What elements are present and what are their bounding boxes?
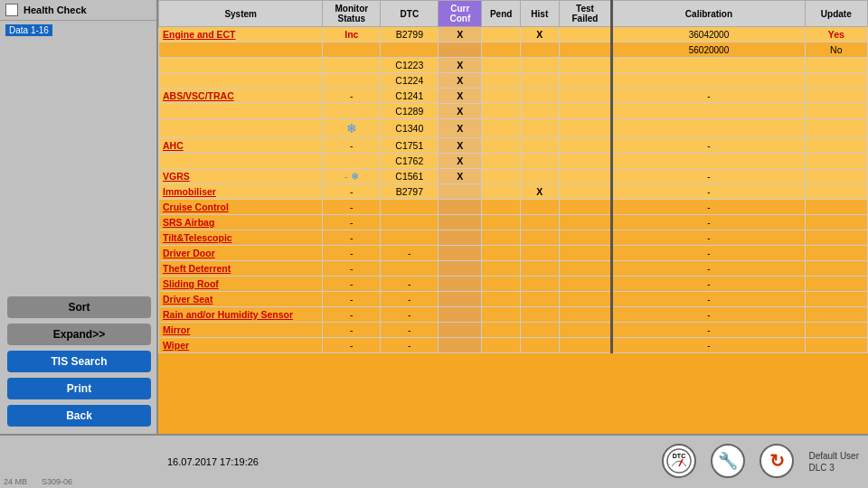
table-row: Immobiliser-B2797X- — [159, 184, 868, 200]
test-failed-cell — [559, 338, 612, 353]
monitor-status-cell: - — [323, 184, 381, 200]
col-calibration: Calibration — [612, 1, 805, 27]
dtc-icon-group[interactable]: DTC — [662, 444, 696, 480]
sidebar-checkbox[interactable] — [5, 4, 18, 16]
dtc-gauge-icon: DTC — [662, 444, 696, 478]
pend-cell — [482, 89, 521, 104]
system-cell[interactable]: Cruise Control — [159, 200, 323, 215]
wrench-icon-group[interactable]: 🔧 — [711, 444, 745, 480]
calibration-cell: - — [612, 246, 805, 261]
print-button[interactable]: Print — [7, 378, 151, 399]
calibration-cell — [612, 119, 805, 138]
col-pend: Pend — [482, 1, 521, 27]
monitor-status-cell: ❄ — [323, 119, 381, 138]
system-cell[interactable]: Wiper — [159, 338, 323, 353]
system-cell[interactable]: Engine and ECT — [159, 27, 323, 42]
hist-cell — [520, 42, 559, 58]
curr-conf-cell — [439, 200, 482, 215]
system-cell[interactable]: Sliding Roof — [159, 277, 323, 292]
back-button[interactable]: Back — [7, 405, 151, 427]
pend-cell — [482, 200, 521, 215]
curr-conf-cell: X — [439, 58, 482, 73]
dtc-cell: C1289 — [381, 104, 439, 119]
calibration-cell: - — [612, 200, 805, 215]
calibration-cell: 56020000 — [612, 42, 805, 58]
calibration-cell: - — [612, 184, 805, 200]
curr-conf-cell: X — [439, 154, 482, 169]
sort-button[interactable]: Sort — [7, 296, 151, 318]
dtc-cell: - — [381, 277, 439, 292]
sidebar-header: Health Check — [0, 0, 156, 21]
monitor-status-cell: - — [323, 200, 381, 215]
system-cell[interactable]: Theft Deterrent — [159, 261, 323, 277]
test-failed-cell — [559, 261, 612, 277]
pend-cell — [482, 42, 521, 58]
conf-x: X — [457, 106, 463, 117]
conf-x: X — [457, 123, 463, 134]
system-cell[interactable]: Driver Door — [159, 246, 323, 261]
dtc-cell: C1751 — [381, 138, 439, 154]
dtc-cell: B2799 — [381, 27, 439, 42]
update-cell — [805, 154, 867, 169]
curr-conf-cell — [439, 230, 482, 246]
pend-cell — [482, 277, 521, 292]
monitor-status-cell: - — [323, 138, 381, 154]
system-cell[interactable]: VGRS — [159, 169, 323, 184]
refresh-icon-group[interactable]: ↻ — [760, 444, 794, 480]
test-failed-cell — [559, 292, 612, 307]
system-cell[interactable]: SRS Airbag — [159, 215, 323, 230]
system-cell[interactable]: Tilt&Telescopic — [159, 230, 323, 246]
update-cell — [805, 215, 867, 230]
table-row: Driver Door--- — [159, 246, 868, 261]
system-cell — [159, 73, 323, 89]
hist-cell — [520, 89, 559, 104]
pend-cell — [482, 119, 521, 138]
calibration-cell: 36042000 — [612, 27, 805, 42]
col-monitor-status: MonitorStatus — [323, 1, 381, 27]
system-cell[interactable]: AHC — [159, 138, 323, 154]
curr-conf-cell — [439, 307, 482, 323]
dtc-cell — [381, 200, 439, 215]
update-cell — [805, 169, 867, 184]
update-cell — [805, 58, 867, 73]
system-cell[interactable]: Immobiliser — [159, 184, 323, 200]
system-cell[interactable]: ABS/VSC/TRAC — [159, 89, 323, 104]
default-user-label: Default User — [808, 451, 859, 461]
expand-button[interactable]: Expand>> — [7, 324, 151, 345]
hist-x: X — [536, 186, 542, 197]
table-row: Cruise Control-- — [159, 200, 868, 215]
monitor-status-cell: - — [323, 338, 381, 353]
update-cell — [805, 138, 867, 154]
curr-conf-cell: X — [439, 119, 482, 138]
curr-conf-cell: X — [439, 138, 482, 154]
system-cell[interactable]: Rain and/or Humidity Sensor — [159, 307, 323, 323]
calibration-cell: - — [612, 89, 805, 104]
col-dtc: DTC — [381, 1, 439, 27]
table-row: ABS/VSC/TRAC-C1241X- — [159, 89, 868, 104]
curr-conf-cell: X — [439, 89, 482, 104]
system-cell[interactable]: Mirror — [159, 323, 323, 338]
system-cell[interactable]: Driver Seat — [159, 292, 323, 307]
update-yes: Yes — [828, 29, 844, 40]
col-test-failed: TestFailed — [559, 1, 612, 27]
table-row: VGRS- ❄C1561X- — [159, 169, 868, 184]
dtc-cell: - — [381, 246, 439, 261]
dtc-cell: - — [381, 292, 439, 307]
test-failed-cell — [559, 200, 612, 215]
monitor-status-cell: - — [323, 261, 381, 277]
conf-x: X — [457, 171, 463, 182]
sidebar-buttons: Sort Expand>> TIS Search Print Back — [0, 289, 158, 434]
status-bar: 24 MB 16.07.2017 17:19:26 DTC 🔧 ↻ Defaul… — [0, 434, 868, 488]
hist-cell — [520, 138, 559, 154]
tis-search-button[interactable]: TIS Search — [7, 351, 151, 372]
test-failed-cell — [559, 154, 612, 169]
pend-cell — [482, 27, 521, 42]
curr-conf-cell: X — [439, 104, 482, 119]
pend-cell — [482, 292, 521, 307]
table-row: Sliding Roof--- — [159, 277, 868, 292]
update-cell — [805, 230, 867, 246]
dlc-label: DLC 3 — [808, 463, 859, 473]
curr-conf-cell — [439, 246, 482, 261]
hist-cell: X — [520, 27, 559, 42]
table-row: Wiper--- — [159, 338, 868, 353]
